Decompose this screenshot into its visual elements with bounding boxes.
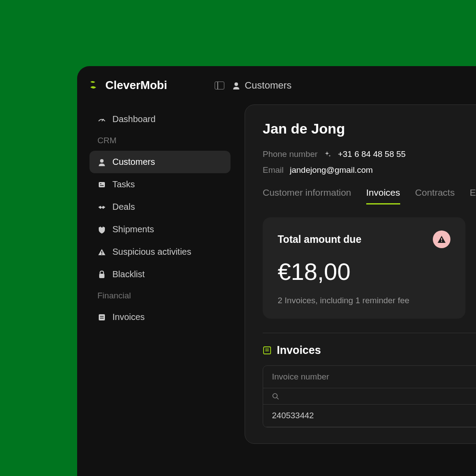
sidebar-item-blacklist[interactable]: Blacklist	[89, 263, 231, 286]
invoices-table: Invoice number Amount € 240533442 4,00	[263, 365, 476, 428]
brand-name: CleverMobi	[105, 78, 167, 92]
sidebar-item-label: Invoices	[112, 312, 145, 322]
breadcrumb-label: Customers	[245, 80, 291, 91]
breadcrumb[interactable]: Customers	[232, 80, 291, 91]
card-header: Total amount due	[278, 231, 450, 248]
sidebar-item-suspicious[interactable]: Suspicious activities	[89, 241, 231, 263]
search-invoice-number[interactable]	[272, 393, 279, 400]
shield-icon	[97, 225, 106, 234]
warning-icon	[437, 235, 446, 243]
table-search-row	[263, 388, 476, 405]
sidebar-section-financial: Financial	[89, 286, 231, 306]
app-window: CleverMobi Customers Dashboard CRM	[77, 66, 476, 476]
svg-rect-12	[100, 318, 104, 319]
svg-rect-4	[100, 183, 101, 184]
tab-customer-info[interactable]: Customer information	[263, 187, 351, 205]
phone-row: Phone number +31 6 84 48 58 55	[263, 149, 476, 159]
handshake-icon	[97, 203, 106, 212]
content-panel: Jan de Jong Phone number +31 6 84 48 58 …	[245, 104, 476, 444]
header-right: Customers	[215, 80, 291, 91]
search-icon	[272, 393, 279, 400]
table-row[interactable]: 240533442 4,00	[263, 405, 476, 427]
card-amount: €18,00	[278, 258, 450, 285]
main-layout: Dashboard CRM Customers Tasks Deals	[89, 108, 476, 444]
phone-label: Phone number	[263, 149, 318, 159]
sidebar-item-dashboard[interactable]: Dashboard	[89, 108, 231, 130]
svg-rect-15	[264, 347, 271, 354]
svg-rect-7	[101, 251, 102, 253]
svg-rect-11	[100, 316, 104, 317]
person-icon	[97, 158, 106, 167]
sidebar-item-label: Blacklist	[112, 269, 145, 279]
logo-icon	[89, 80, 101, 91]
alert-badge	[433, 231, 450, 248]
total-due-card: Total amount due €18,00 2 Invoices, incl…	[263, 217, 465, 319]
sidebar-item-label: Dashboard	[112, 114, 156, 124]
card-subtext: 2 Invoices, including 1 reminder fee	[278, 296, 450, 305]
receipt-icon	[97, 313, 106, 322]
panel-toggle-icon[interactable]	[215, 82, 224, 89]
sidebar-item-label: Deals	[112, 202, 135, 212]
svg-rect-14	[441, 241, 442, 242]
invoices-section-header: Invoices	[263, 344, 476, 357]
col-invoice-number: Invoice number	[272, 372, 329, 382]
customer-name: Jan de Jong	[263, 121, 476, 137]
header: CleverMobi Customers	[89, 78, 476, 92]
svg-rect-9	[99, 274, 104, 278]
sidebar: Dashboard CRM Customers Tasks Deals	[89, 108, 231, 444]
svg-rect-5	[100, 185, 104, 186]
svg-rect-10	[99, 314, 105, 320]
svg-rect-3	[99, 182, 105, 187]
person-icon	[232, 82, 240, 89]
sidebar-item-label: Shipments	[112, 224, 154, 234]
svg-rect-13	[441, 238, 442, 240]
sidebar-section-crm: CRM	[89, 130, 231, 151]
warning-icon	[97, 248, 106, 257]
svg-line-19	[277, 398, 279, 399]
table-header: Invoice number Amount €	[263, 366, 476, 388]
sidebar-item-shipments[interactable]: Shipments	[89, 218, 231, 241]
receipt-icon	[263, 346, 271, 355]
sidebar-item-deals[interactable]: Deals	[89, 196, 231, 218]
lock-icon	[97, 270, 106, 279]
svg-point-18	[273, 394, 277, 398]
svg-rect-8	[101, 253, 102, 254]
email-row: Email jandejong@gmail.com	[263, 165, 476, 175]
tabs: Customer information Invoices Contracts …	[263, 187, 476, 205]
tab-em[interactable]: Em	[470, 187, 476, 205]
sidebar-item-label: Customers	[112, 157, 155, 167]
svg-rect-6	[101, 226, 103, 227]
summary-cards: Total amount due €18,00 2 Invoices, incl…	[263, 217, 476, 319]
tab-invoices[interactable]: Invoices	[366, 187, 400, 205]
svg-point-2	[100, 159, 104, 163]
phone-value: +31 6 84 48 58 55	[338, 149, 406, 159]
sidebar-item-label: Tasks	[112, 179, 135, 190]
sidebar-item-invoices[interactable]: Invoices	[89, 306, 231, 328]
divider	[263, 333, 476, 333]
email-value: jandejong@gmail.com	[290, 165, 373, 175]
invoices-title: Invoices	[277, 344, 321, 357]
sidebar-item-tasks[interactable]: Tasks	[89, 173, 231, 196]
brand-logo[interactable]: CleverMobi	[89, 78, 167, 92]
card-title: Total amount due	[278, 234, 361, 245]
list-check-icon	[97, 180, 106, 189]
sparkle-icon	[324, 150, 332, 158]
tab-contracts[interactable]: Contracts	[415, 187, 455, 205]
email-label: Email	[263, 165, 284, 175]
cell-invoice-number: 240533442	[272, 411, 314, 420]
sidebar-item-label: Suspicious activities	[112, 247, 191, 257]
svg-point-0	[234, 82, 238, 86]
sidebar-item-customers[interactable]: Customers	[89, 151, 231, 173]
gauge-icon	[97, 115, 106, 124]
